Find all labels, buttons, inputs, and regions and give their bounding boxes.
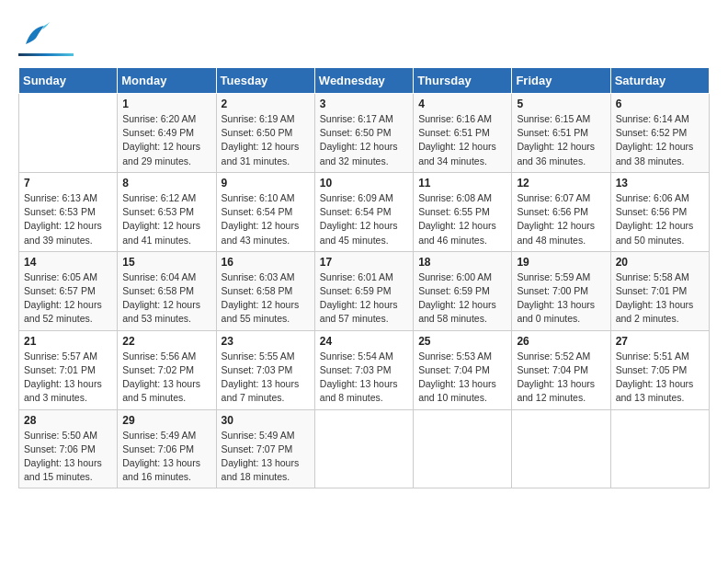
day-number: 20: [616, 256, 704, 269]
calendar-cell: 26Sunrise: 5:52 AM Sunset: 7:04 PM Dayli…: [512, 330, 610, 409]
day-info: Sunrise: 6:19 AM Sunset: 6:50 PM Dayligh…: [222, 112, 310, 168]
weekday-sunday: Sunday: [19, 68, 118, 94]
day-number: 4: [418, 98, 506, 110]
day-number: 8: [122, 177, 210, 190]
calendar-cell: 16Sunrise: 6:03 AM Sunset: 6:58 PM Dayli…: [216, 251, 314, 330]
calendar-cell: 30Sunrise: 5:49 AM Sunset: 7:07 PM Dayli…: [216, 409, 314, 488]
day-info: Sunrise: 5:55 AM Sunset: 7:03 PM Dayligh…: [222, 350, 310, 406]
calendar-cell: 15Sunrise: 6:04 AM Sunset: 6:58 PM Dayli…: [118, 251, 216, 330]
calendar-cell: 7Sunrise: 6:13 AM Sunset: 6:53 PM Daylig…: [19, 172, 118, 251]
day-info: Sunrise: 5:53 AM Sunset: 7:04 PM Dayligh…: [418, 350, 506, 406]
day-info: Sunrise: 5:52 AM Sunset: 7:04 PM Dayligh…: [517, 350, 605, 406]
day-number: 13: [616, 177, 704, 190]
logo-underline: [18, 53, 74, 56]
day-number: 27: [616, 335, 704, 348]
day-number: 9: [222, 177, 310, 190]
day-number: 23: [222, 335, 310, 348]
week-row-4: 21Sunrise: 5:57 AM Sunset: 7:01 PM Dayli…: [19, 330, 710, 409]
day-info: Sunrise: 6:07 AM Sunset: 6:56 PM Dayligh…: [517, 191, 605, 247]
calendar-cell: 14Sunrise: 6:05 AM Sunset: 6:57 PM Dayli…: [19, 251, 118, 330]
calendar-cell: [610, 409, 709, 488]
day-number: 7: [24, 177, 112, 190]
day-info: Sunrise: 5:59 AM Sunset: 7:00 PM Dayligh…: [517, 270, 605, 327]
week-row-5: 28Sunrise: 5:50 AM Sunset: 7:06 PM Dayli…: [19, 409, 710, 488]
day-info: Sunrise: 6:08 AM Sunset: 6:55 PM Dayligh…: [418, 191, 506, 247]
calendar-cell: 6Sunrise: 6:14 AM Sunset: 6:52 PM Daylig…: [610, 94, 709, 173]
calendar-cell: 3Sunrise: 6:17 AM Sunset: 6:50 PM Daylig…: [314, 94, 413, 173]
day-info: Sunrise: 5:57 AM Sunset: 7:01 PM Dayligh…: [24, 350, 112, 406]
day-info: Sunrise: 6:17 AM Sunset: 6:50 PM Dayligh…: [320, 112, 408, 168]
day-info: Sunrise: 5:58 AM Sunset: 7:01 PM Dayligh…: [616, 270, 704, 327]
day-info: Sunrise: 6:20 AM Sunset: 6:49 PM Dayligh…: [122, 112, 210, 168]
day-info: Sunrise: 5:49 AM Sunset: 7:07 PM Dayligh…: [222, 429, 310, 485]
calendar-cell: 25Sunrise: 5:53 AM Sunset: 7:04 PM Dayli…: [414, 330, 512, 409]
calendar-cell: [414, 409, 512, 488]
calendar-cell: 24Sunrise: 5:54 AM Sunset: 7:03 PM Dayli…: [314, 330, 413, 409]
calendar-cell: 18Sunrise: 6:00 AM Sunset: 6:59 PM Dayli…: [414, 251, 512, 330]
calendar-cell: 19Sunrise: 5:59 AM Sunset: 7:00 PM Dayli…: [512, 251, 610, 330]
day-number: 2: [222, 98, 310, 110]
day-number: 18: [418, 256, 506, 269]
day-info: Sunrise: 6:13 AM Sunset: 6:53 PM Dayligh…: [24, 191, 112, 247]
day-number: 3: [320, 98, 408, 110]
day-info: Sunrise: 6:10 AM Sunset: 6:54 PM Dayligh…: [222, 191, 310, 247]
day-number: 24: [320, 335, 408, 348]
weekday-monday: Monday: [118, 68, 216, 94]
calendar-cell: 17Sunrise: 6:01 AM Sunset: 6:59 PM Dayli…: [314, 251, 413, 330]
calendar-cell: 2Sunrise: 6:19 AM Sunset: 6:50 PM Daylig…: [216, 94, 314, 173]
calendar-header: SundayMondayTuesdayWednesdayThursdayFrid…: [19, 68, 710, 94]
calendar-cell: 21Sunrise: 5:57 AM Sunset: 7:01 PM Dayli…: [19, 330, 118, 409]
weekday-thursday: Thursday: [414, 68, 512, 94]
logo-bird-icon: [18, 18, 51, 52]
calendar-cell: 5Sunrise: 6:15 AM Sunset: 6:51 PM Daylig…: [512, 94, 610, 173]
day-number: 21: [24, 335, 112, 348]
calendar-cell: 9Sunrise: 6:10 AM Sunset: 6:54 PM Daylig…: [216, 172, 314, 251]
day-number: 30: [222, 414, 310, 427]
calendar-cell: 27Sunrise: 5:51 AM Sunset: 7:05 PM Dayli…: [610, 330, 709, 409]
day-number: 16: [222, 256, 310, 269]
calendar-cell: 22Sunrise: 5:56 AM Sunset: 7:02 PM Dayli…: [118, 330, 216, 409]
calendar-cell: [19, 94, 118, 173]
weekday-wednesday: Wednesday: [314, 68, 413, 94]
day-info: Sunrise: 5:50 AM Sunset: 7:06 PM Dayligh…: [24, 429, 112, 485]
calendar-table: SundayMondayTuesdayWednesdayThursdayFrid…: [18, 67, 710, 488]
day-number: 12: [517, 177, 605, 190]
calendar-body: 1Sunrise: 6:20 AM Sunset: 6:49 PM Daylig…: [19, 94, 710, 488]
day-number: 22: [122, 335, 210, 348]
calendar-cell: 4Sunrise: 6:16 AM Sunset: 6:51 PM Daylig…: [414, 94, 512, 173]
calendar-cell: 12Sunrise: 6:07 AM Sunset: 6:56 PM Dayli…: [512, 172, 610, 251]
weekday-saturday: Saturday: [610, 68, 709, 94]
week-row-3: 14Sunrise: 6:05 AM Sunset: 6:57 PM Dayli…: [19, 251, 710, 330]
calendar-cell: 10Sunrise: 6:09 AM Sunset: 6:54 PM Dayli…: [314, 172, 413, 251]
day-number: 25: [418, 335, 506, 348]
day-info: Sunrise: 6:14 AM Sunset: 6:52 PM Dayligh…: [616, 112, 704, 168]
day-info: Sunrise: 5:49 AM Sunset: 7:06 PM Dayligh…: [122, 429, 210, 485]
day-info: Sunrise: 6:09 AM Sunset: 6:54 PM Dayligh…: [320, 191, 408, 247]
day-number: 28: [24, 414, 112, 427]
day-info: Sunrise: 6:15 AM Sunset: 6:51 PM Dayligh…: [517, 112, 605, 168]
calendar-cell: 13Sunrise: 6:06 AM Sunset: 6:56 PM Dayli…: [610, 172, 709, 251]
day-info: Sunrise: 6:04 AM Sunset: 6:58 PM Dayligh…: [122, 270, 210, 327]
day-number: 10: [320, 177, 408, 190]
day-number: 14: [24, 256, 112, 269]
day-number: 19: [517, 256, 605, 269]
day-number: 11: [418, 177, 506, 190]
day-number: 17: [320, 256, 408, 269]
week-row-2: 7Sunrise: 6:13 AM Sunset: 6:53 PM Daylig…: [19, 172, 710, 251]
week-row-1: 1Sunrise: 6:20 AM Sunset: 6:49 PM Daylig…: [19, 94, 710, 173]
calendar-cell: [512, 409, 610, 488]
calendar-cell: 29Sunrise: 5:49 AM Sunset: 7:06 PM Dayli…: [118, 409, 216, 488]
logo: [18, 18, 74, 56]
day-info: Sunrise: 5:56 AM Sunset: 7:02 PM Dayligh…: [122, 350, 210, 406]
calendar-cell: 20Sunrise: 5:58 AM Sunset: 7:01 PM Dayli…: [610, 251, 709, 330]
day-info: Sunrise: 6:00 AM Sunset: 6:59 PM Dayligh…: [418, 270, 506, 327]
day-number: 1: [122, 98, 210, 110]
calendar-cell: 11Sunrise: 6:08 AM Sunset: 6:55 PM Dayli…: [414, 172, 512, 251]
weekday-friday: Friday: [512, 68, 610, 94]
day-number: 26: [517, 335, 605, 348]
day-number: 6: [616, 98, 704, 110]
day-info: Sunrise: 6:12 AM Sunset: 6:53 PM Dayligh…: [122, 191, 210, 247]
calendar-cell: 8Sunrise: 6:12 AM Sunset: 6:53 PM Daylig…: [118, 172, 216, 251]
day-info: Sunrise: 5:54 AM Sunset: 7:03 PM Dayligh…: [320, 350, 408, 406]
calendar-cell: [314, 409, 413, 488]
